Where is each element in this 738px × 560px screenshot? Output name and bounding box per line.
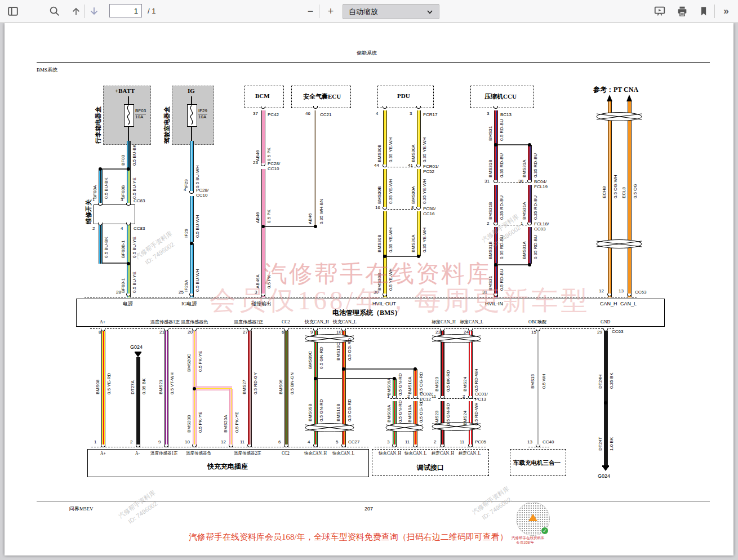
wire-id: BF03	[121, 155, 126, 166]
trunk-fusebox-side-label: 行李箱电器盒	[95, 106, 101, 144]
wire-spec: 0.5 OG	[633, 184, 638, 198]
zoom-select[interactable]: 自动缩放	[343, 4, 439, 19]
wire-spec: 0.5 BU-YE	[132, 272, 137, 293]
bms-pin-label: 快充CAN_H	[305, 319, 329, 325]
wire-id: DT27A	[130, 380, 136, 394]
connector-label: CC40	[543, 439, 554, 445]
toolbar-separator	[714, 5, 715, 18]
junction-dot	[193, 387, 196, 390]
wire-spec: 0.5 BU-YE	[132, 237, 137, 258]
page-number-input[interactable]	[109, 4, 142, 17]
zoom-out-button[interactable]: −	[303, 4, 318, 19]
pdf-toolbar: / 1 − + 自动缩放 »	[0, 0, 738, 23]
print-button[interactable]	[675, 4, 690, 19]
stamp-logo-icon	[528, 514, 537, 521]
socket-pin-label: 温度传感器负	[186, 451, 211, 456]
presentation-mode-button[interactable]	[652, 4, 667, 19]
zoom-in-button[interactable]: +	[323, 4, 338, 19]
wire-bms09a	[393, 379, 397, 398]
pt-cna-ref-label: 参考：PT CNA	[593, 85, 638, 95]
wire-bms20a-branch	[193, 386, 232, 390]
wire-bms20c	[193, 331, 197, 388]
bms-title: 电池管理系统（BMS）	[332, 308, 401, 318]
airbag-ecu-title: 安全气囊ECU	[303, 92, 341, 101]
wire-spec: 0.5 BU-BK	[104, 177, 109, 199]
pin-number: 46	[305, 111, 310, 116]
wire-ab46-pk	[261, 169, 265, 226]
twisted-pair-icon	[595, 112, 643, 122]
connector-label: PC28/ CC10	[268, 161, 280, 171]
obc-title: 车载充电机三合一	[513, 459, 561, 467]
wire-bms30b	[383, 211, 387, 256]
pin-number: 15	[531, 330, 536, 335]
sidebar-toggle-button[interactable]	[6, 4, 20, 19]
wire-id: BMS15	[530, 374, 536, 389]
bookmark-button[interactable]	[696, 4, 711, 19]
stamp-check-icon: ✓	[541, 527, 548, 534]
junction-line	[496, 144, 530, 145]
twisted-pair-icon	[304, 423, 355, 433]
pin-number: 9	[310, 330, 313, 335]
wire-spec: 0.35 YE-WH	[388, 179, 394, 204]
connector-label: BC04/ FCL19	[534, 179, 548, 189]
wire-id: BMS21	[158, 380, 164, 394]
connector-label: FCR17	[423, 112, 437, 117]
junction-dot	[127, 167, 130, 171]
wire-spec: 0.5 VT-WH	[170, 372, 175, 394]
fuse-if29-label: IF29 10A	[198, 108, 207, 120]
charge-socket-title: 快充充电插座	[207, 462, 248, 472]
next-page-button[interactable]	[87, 4, 101, 19]
wire-spec: 0.5 OG-RD	[419, 372, 424, 394]
wire-spec: 0.5 PK-YE	[234, 412, 240, 433]
wire-id: BMS30B	[377, 234, 383, 252]
bms-pin-label: 温度传感器1正	[150, 319, 180, 325]
toolbar-separator	[85, 5, 85, 18]
wire-id: BMS24	[463, 377, 468, 392]
more-tools-button[interactable]: »	[719, 4, 733, 19]
compressor-ccu-title: 压缩机CCU	[484, 92, 517, 101]
pin-number: 3	[121, 197, 123, 202]
cabin-fusebox-side-label: 驾驶室电器盒	[163, 106, 170, 144]
wire-id: BMS23	[434, 411, 440, 425]
wire-spec: 0.5 GN-RD	[398, 373, 403, 395]
pin-number: 9	[158, 439, 161, 445]
page-count-label: / 1	[148, 7, 155, 15]
sidebar-icon	[7, 5, 19, 17]
junction-dot	[528, 263, 531, 266]
pin-number: 2	[434, 439, 436, 445]
wire-id: DT24T	[598, 437, 603, 451]
bms-pin-label: HVIL-OUT	[372, 301, 396, 306]
pin-number: 23	[253, 160, 258, 165]
section-title: BMS系统	[37, 67, 57, 73]
socket-pin-label: A-	[135, 451, 140, 456]
pin-number: 10	[336, 330, 341, 335]
wire-bms30b	[383, 169, 387, 207]
pin-number: 8	[99, 330, 101, 335]
pin-number: 30	[518, 179, 523, 184]
wire-spec: 0.5 PK-YE	[198, 412, 203, 433]
wire-bf03-1	[127, 264, 131, 297]
pin-number: 31	[484, 179, 490, 184]
debug-port-title: 调试接口	[417, 463, 444, 473]
wire-bms20b	[193, 389, 197, 447]
bms-pin-label: CAN_L	[620, 301, 637, 306]
presentation-icon	[653, 5, 666, 17]
fuse-bf03-label: BF03 10A	[135, 108, 146, 120]
fuse-bf03	[124, 104, 134, 127]
wire-bf03b-1	[127, 224, 131, 264]
wire-spec: 0.5 PK	[266, 148, 272, 161]
wire-id: BMS31	[488, 126, 494, 141]
wire-spec: 0.5 OG-RD	[419, 400, 424, 423]
zoom-select-value: 自动缩放	[349, 7, 378, 17]
wire-id: BMS09C	[308, 351, 313, 369]
wire-bms10a	[414, 369, 417, 398]
bms-pin-label: IG电源	[181, 301, 197, 306]
wire-spec: 0.35 RD-BU	[499, 195, 505, 220]
pin-number: 30	[374, 290, 379, 295]
pin-number: 2	[463, 394, 465, 399]
junction-dot	[494, 263, 497, 266]
bms-pin-label: A+	[100, 319, 105, 325]
search-button[interactable]	[47, 4, 62, 19]
wire-spec: 0.35 YE-WH	[388, 228, 394, 252]
previous-page-button[interactable]	[69, 4, 83, 19]
